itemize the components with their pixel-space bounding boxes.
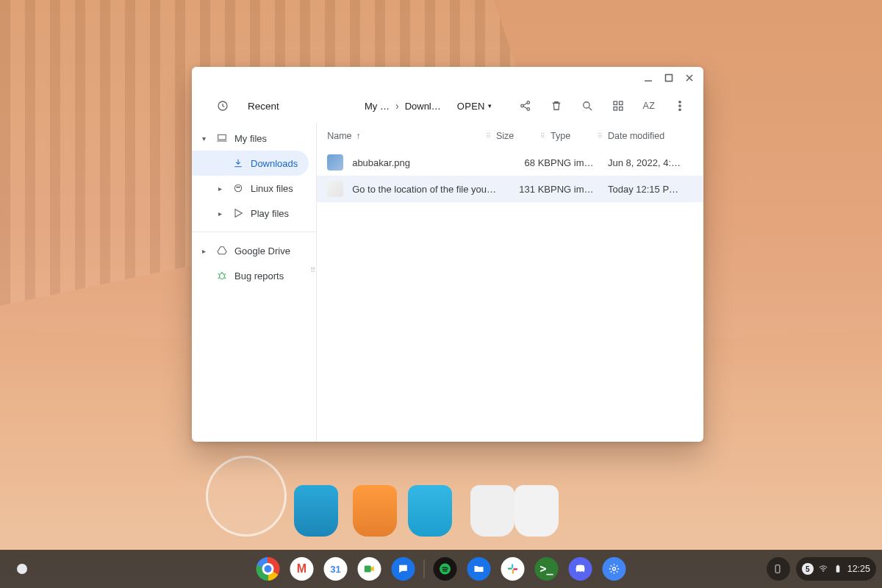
chevron-right-icon: ▸ — [202, 247, 209, 255]
svg-rect-27 — [836, 566, 839, 573]
svg-rect-20 — [512, 564, 513, 568]
file-list-pane: Name ↑ ⠿ Size ⠿ Type ⠿ Date modified — [317, 123, 703, 442]
svg-point-5 — [584, 102, 589, 108]
launcher-button[interactable] — [7, 554, 37, 584]
file-name: abubakar.png — [352, 157, 496, 168]
svg-point-24 — [613, 567, 616, 570]
delete-button[interactable] — [543, 93, 570, 119]
svg-point-26 — [822, 571, 823, 572]
file-size: 68 KB — [496, 157, 551, 168]
linux-icon — [232, 182, 245, 194]
sidebar-item-downloads[interactable]: Downloads — [192, 151, 309, 176]
file-type: PNG im… — [551, 184, 608, 195]
chrome-app[interactable] — [254, 554, 283, 584]
svg-point-10 — [679, 101, 681, 103]
column-header-type[interactable]: Type — [551, 131, 570, 141]
sidebar-item-myfiles[interactable]: ▾ My files — [192, 126, 309, 151]
svg-point-11 — [679, 105, 681, 107]
download-icon — [232, 157, 245, 169]
notification-count: 5 — [802, 563, 814, 575]
sidebar-item-label: Google Drive — [234, 245, 290, 257]
svg-rect-13 — [218, 135, 226, 140]
view-toggle-button[interactable] — [605, 93, 631, 119]
shelf-pinned-apps: M 31 >_ — [254, 554, 629, 584]
file-date: Today 12:15 P… — [608, 184, 693, 195]
shelf: M 31 >_ 5 — [0, 550, 882, 588]
svg-rect-8 — [614, 107, 617, 111]
column-header-size[interactable]: Size — [496, 131, 514, 141]
sidebar-item-label: Downloads — [251, 158, 298, 169]
breadcrumb-current[interactable]: Downl… — [405, 101, 441, 112]
svg-rect-7 — [620, 101, 623, 105]
svg-rect-22 — [512, 570, 514, 574]
sidebar-item-label: Linux files — [251, 183, 293, 194]
file-type: PNG im… — [551, 157, 608, 168]
window-titlebar — [192, 67, 703, 89]
sidebar-resize-handle[interactable]: ⠿ — [310, 268, 316, 272]
slack-app[interactable] — [498, 554, 528, 584]
window-close-button[interactable] — [684, 73, 695, 83]
sidebar-item-drive[interactable]: ▸ Google Drive — [192, 238, 309, 263]
file-size: 131 KB — [496, 184, 551, 195]
svg-point-14 — [234, 184, 241, 191]
battery-icon — [833, 564, 843, 574]
share-button[interactable] — [512, 93, 539, 119]
messages-app[interactable] — [389, 554, 418, 584]
more-menu-button[interactable] — [667, 93, 693, 119]
sort-button[interactable]: AZ — [636, 93, 662, 119]
file-row[interactable]: abubakar.png 68 KB PNG im… Jun 8, 2022, … — [317, 149, 703, 176]
column-header-date[interactable]: Date modified — [608, 131, 664, 141]
meet-app[interactable] — [355, 554, 384, 584]
settings-app[interactable] — [600, 554, 629, 584]
sidebar-divider — [192, 232, 316, 232]
file-row[interactable]: Go to the location of the file you… 131 … — [317, 176, 703, 202]
chevron-right-icon: › — [395, 100, 399, 112]
drive-icon — [215, 245, 229, 257]
sidebar-item-label: Play files — [251, 208, 289, 219]
file-thumbnail — [327, 154, 343, 171]
file-list-header: Name ↑ ⠿ Size ⠿ Type ⠿ Date modified — [317, 123, 703, 149]
chevron-down-icon: ▾ — [202, 135, 209, 143]
files-toolbar: Recent My … › Downl… OPEN ▾ AZ — [192, 89, 703, 123]
column-resize-handle[interactable]: ⠿ — [598, 135, 603, 137]
sort-ascending-icon: ↑ — [356, 131, 361, 141]
window-minimize-button[interactable] — [643, 73, 653, 83]
gmail-app[interactable]: M — [287, 554, 317, 584]
column-resize-handle[interactable]: ⠿ — [540, 135, 546, 137]
svg-point-16 — [239, 187, 240, 187]
svg-rect-23 — [513, 568, 517, 570]
window-maximize-button[interactable] — [664, 73, 674, 83]
svg-rect-25 — [775, 565, 780, 573]
bug-icon — [215, 270, 229, 282]
spotify-app[interactable] — [431, 554, 460, 584]
svg-rect-6 — [614, 101, 617, 105]
discord-app[interactable] — [566, 554, 595, 584]
recent-label[interactable]: Recent — [248, 101, 279, 112]
files-app[interactable] — [465, 554, 494, 584]
open-button[interactable]: OPEN ▾ — [453, 101, 496, 112]
sidebar-item-playfiles[interactable]: ▸ Play files — [192, 201, 309, 226]
file-name: Go to the location of the file you… — [352, 184, 496, 195]
svg-rect-18 — [365, 566, 371, 573]
file-date: Jun 8, 2022, 4:… — [608, 157, 693, 168]
recent-icon — [209, 93, 236, 119]
column-header-name[interactable]: Name — [327, 131, 351, 141]
svg-rect-9 — [620, 107, 623, 111]
files-app-window: Recent My … › Downl… OPEN ▾ AZ — [192, 67, 703, 442]
svg-point-17 — [220, 273, 225, 279]
chevron-down-icon: ▾ — [488, 102, 492, 110]
sidebar-item-linux[interactable]: ▸ Linux files — [192, 176, 309, 201]
breadcrumb-root[interactable]: My … — [365, 101, 390, 112]
play-icon — [232, 207, 245, 219]
calendar-app[interactable]: 31 — [321, 554, 351, 584]
system-tray[interactable]: 5 12:25 — [796, 557, 876, 581]
search-button[interactable] — [574, 93, 600, 119]
chevron-right-icon: ▸ — [218, 184, 226, 193]
phone-hub-button[interactable] — [767, 557, 790, 581]
svg-point-12 — [679, 109, 681, 110]
sidebar-item-bugreports[interactable]: Bug reports — [192, 263, 309, 288]
terminal-app[interactable]: >_ — [532, 554, 562, 584]
column-resize-handle[interactable]: ⠿ — [486, 135, 492, 137]
svg-point-15 — [237, 187, 237, 187]
laptop-icon — [215, 132, 229, 144]
